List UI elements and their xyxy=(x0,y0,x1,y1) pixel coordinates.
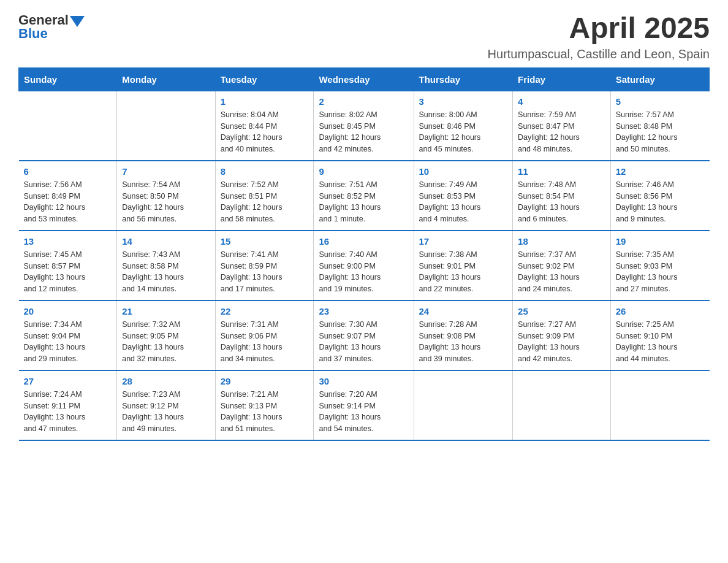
day-info: Sunrise: 8:00 AM Sunset: 8:46 PM Dayligh… xyxy=(419,109,508,155)
calendar-cell xyxy=(117,91,215,161)
calendar-cell: 19Sunrise: 7:35 AM Sunset: 9:03 PM Dayli… xyxy=(610,231,709,301)
day-info: Sunrise: 7:56 AM Sunset: 8:49 PM Dayligh… xyxy=(24,179,112,225)
calendar-cell: 13Sunrise: 7:45 AM Sunset: 8:57 PM Dayli… xyxy=(19,231,117,301)
day-info: Sunrise: 7:49 AM Sunset: 8:53 PM Dayligh… xyxy=(419,179,508,225)
day-number: 29 xyxy=(221,376,309,386)
calendar-cell: 17Sunrise: 7:38 AM Sunset: 9:01 PM Dayli… xyxy=(414,231,513,301)
day-info: Sunrise: 7:31 AM Sunset: 9:06 PM Dayligh… xyxy=(221,319,309,365)
logo-text-blue: Blue xyxy=(18,26,48,42)
calendar-week-row: 6Sunrise: 7:56 AM Sunset: 8:49 PM Daylig… xyxy=(19,161,710,231)
calendar-cell xyxy=(610,370,709,440)
day-info: Sunrise: 7:35 AM Sunset: 9:03 PM Dayligh… xyxy=(616,249,705,295)
calendar-cell: 8Sunrise: 7:52 AM Sunset: 8:51 PM Daylig… xyxy=(215,161,314,231)
day-info: Sunrise: 7:27 AM Sunset: 9:09 PM Dayligh… xyxy=(518,319,605,365)
day-info: Sunrise: 7:24 AM Sunset: 9:11 PM Dayligh… xyxy=(24,389,112,435)
day-number: 15 xyxy=(221,236,309,247)
day-info: Sunrise: 7:21 AM Sunset: 9:13 PM Dayligh… xyxy=(221,389,309,435)
day-number: 25 xyxy=(518,306,605,316)
day-number: 10 xyxy=(419,166,508,177)
calendar-cell: 6Sunrise: 7:56 AM Sunset: 8:49 PM Daylig… xyxy=(19,161,117,231)
day-info: Sunrise: 7:34 AM Sunset: 9:04 PM Dayligh… xyxy=(24,319,112,365)
calendar-cell xyxy=(414,370,513,440)
day-info: Sunrise: 7:20 AM Sunset: 9:14 PM Dayligh… xyxy=(319,389,408,435)
calendar-cell: 25Sunrise: 7:27 AM Sunset: 9:09 PM Dayli… xyxy=(513,301,611,370)
calendar-header-wednesday: Wednesday xyxy=(314,67,414,91)
calendar-cell: 30Sunrise: 7:20 AM Sunset: 9:14 PM Dayli… xyxy=(314,370,414,440)
day-info: Sunrise: 8:02 AM Sunset: 8:45 PM Dayligh… xyxy=(319,109,408,155)
day-number: 9 xyxy=(319,166,408,177)
day-number: 30 xyxy=(319,376,408,386)
calendar-cell: 24Sunrise: 7:28 AM Sunset: 9:08 PM Dayli… xyxy=(414,301,513,370)
day-number: 28 xyxy=(122,376,210,386)
day-number: 3 xyxy=(419,96,508,107)
calendar-cell: 3Sunrise: 8:00 AM Sunset: 8:46 PM Daylig… xyxy=(414,91,513,161)
calendar-cell: 18Sunrise: 7:37 AM Sunset: 9:02 PM Dayli… xyxy=(513,231,611,301)
calendar-cell: 28Sunrise: 7:23 AM Sunset: 9:12 PM Dayli… xyxy=(117,370,215,440)
day-number: 22 xyxy=(221,306,309,316)
day-number: 16 xyxy=(319,236,408,247)
calendar-cell: 16Sunrise: 7:40 AM Sunset: 9:00 PM Dayli… xyxy=(314,231,414,301)
day-number: 6 xyxy=(24,166,112,177)
calendar-header-friday: Friday xyxy=(513,67,611,91)
day-info: Sunrise: 7:43 AM Sunset: 8:58 PM Dayligh… xyxy=(122,249,210,295)
calendar-cell: 5Sunrise: 7:57 AM Sunset: 8:48 PM Daylig… xyxy=(610,91,709,161)
calendar-header-thursday: Thursday xyxy=(414,67,513,91)
calendar-header-row: SundayMondayTuesdayWednesdayThursdayFrid… xyxy=(19,67,710,91)
calendar-header-saturday: Saturday xyxy=(610,67,709,91)
calendar-cell: 10Sunrise: 7:49 AM Sunset: 8:53 PM Dayli… xyxy=(414,161,513,231)
day-number: 5 xyxy=(616,96,705,107)
day-info: Sunrise: 7:40 AM Sunset: 9:00 PM Dayligh… xyxy=(319,249,408,295)
calendar-cell xyxy=(513,370,611,440)
day-info: Sunrise: 7:46 AM Sunset: 8:56 PM Dayligh… xyxy=(616,179,705,225)
calendar-cell: 1Sunrise: 8:04 AM Sunset: 8:44 PM Daylig… xyxy=(215,91,314,161)
day-info: Sunrise: 7:57 AM Sunset: 8:48 PM Dayligh… xyxy=(616,109,705,155)
calendar-week-row: 1Sunrise: 8:04 AM Sunset: 8:44 PM Daylig… xyxy=(19,91,710,161)
calendar-week-row: 20Sunrise: 7:34 AM Sunset: 9:04 PM Dayli… xyxy=(19,301,710,370)
day-number: 11 xyxy=(518,166,605,177)
calendar-cell xyxy=(19,91,117,161)
calendar-week-row: 13Sunrise: 7:45 AM Sunset: 8:57 PM Dayli… xyxy=(19,231,710,301)
day-number: 2 xyxy=(319,96,408,107)
day-number: 12 xyxy=(616,166,705,177)
calendar-header-monday: Monday xyxy=(117,67,215,91)
day-info: Sunrise: 7:37 AM Sunset: 9:02 PM Dayligh… xyxy=(518,249,605,295)
day-number: 23 xyxy=(319,306,408,316)
day-info: Sunrise: 7:25 AM Sunset: 9:10 PM Dayligh… xyxy=(616,319,705,365)
day-number: 21 xyxy=(122,306,210,316)
calendar-cell: 29Sunrise: 7:21 AM Sunset: 9:13 PM Dayli… xyxy=(215,370,314,440)
day-info: Sunrise: 7:54 AM Sunset: 8:50 PM Dayligh… xyxy=(122,179,210,225)
day-info: Sunrise: 7:41 AM Sunset: 8:59 PM Dayligh… xyxy=(221,249,309,295)
day-number: 7 xyxy=(122,166,210,177)
calendar-cell: 2Sunrise: 8:02 AM Sunset: 8:45 PM Daylig… xyxy=(314,91,414,161)
calendar-cell: 21Sunrise: 7:32 AM Sunset: 9:05 PM Dayli… xyxy=(117,301,215,370)
day-info: Sunrise: 7:30 AM Sunset: 9:07 PM Dayligh… xyxy=(319,319,408,365)
day-number: 19 xyxy=(616,236,705,247)
day-number: 1 xyxy=(221,96,309,107)
logo: General Blue xyxy=(18,12,85,42)
day-number: 26 xyxy=(616,306,705,316)
calendar-header-sunday: Sunday xyxy=(19,67,117,91)
calendar-cell: 14Sunrise: 7:43 AM Sunset: 8:58 PM Dayli… xyxy=(117,231,215,301)
calendar-header: SundayMondayTuesdayWednesdayThursdayFrid… xyxy=(19,67,710,91)
logo-triangle-icon xyxy=(70,16,85,27)
month-year-title: April 2025 xyxy=(488,12,710,45)
calendar-cell: 26Sunrise: 7:25 AM Sunset: 9:10 PM Dayli… xyxy=(610,301,709,370)
day-number: 4 xyxy=(518,96,605,107)
day-number: 17 xyxy=(419,236,508,247)
calendar-cell: 7Sunrise: 7:54 AM Sunset: 8:50 PM Daylig… xyxy=(117,161,215,231)
day-info: Sunrise: 7:32 AM Sunset: 9:05 PM Dayligh… xyxy=(122,319,210,365)
calendar-cell: 9Sunrise: 7:51 AM Sunset: 8:52 PM Daylig… xyxy=(314,161,414,231)
page-header: General Blue April 2025 Hurtumpascual, C… xyxy=(18,12,710,61)
day-number: 8 xyxy=(221,166,309,177)
day-number: 14 xyxy=(122,236,210,247)
calendar-cell: 23Sunrise: 7:30 AM Sunset: 9:07 PM Dayli… xyxy=(314,301,414,370)
calendar-header-tuesday: Tuesday xyxy=(215,67,314,91)
day-number: 20 xyxy=(24,306,112,316)
day-info: Sunrise: 7:52 AM Sunset: 8:51 PM Dayligh… xyxy=(221,179,309,225)
calendar-cell: 4Sunrise: 7:59 AM Sunset: 8:47 PM Daylig… xyxy=(513,91,611,161)
day-info: Sunrise: 8:04 AM Sunset: 8:44 PM Dayligh… xyxy=(221,109,309,155)
calendar-table: SundayMondayTuesdayWednesdayThursdayFrid… xyxy=(18,67,710,441)
day-info: Sunrise: 7:51 AM Sunset: 8:52 PM Dayligh… xyxy=(319,179,408,225)
day-info: Sunrise: 7:45 AM Sunset: 8:57 PM Dayligh… xyxy=(24,249,112,295)
calendar-cell: 15Sunrise: 7:41 AM Sunset: 8:59 PM Dayli… xyxy=(215,231,314,301)
